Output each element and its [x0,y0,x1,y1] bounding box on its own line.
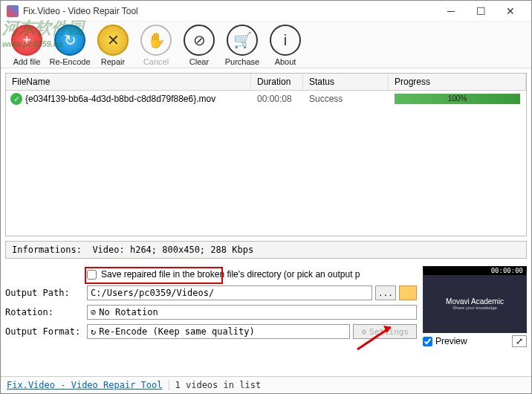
success-icon: ✓ [10,93,22,105]
info-icon: i [270,25,301,56]
preview-panel: 00:00:00 Movavi Academic Share your know… [423,266,527,347]
col-status[interactable]: Status [303,74,389,90]
output-format-label: Output Format: [5,326,87,337]
plus-icon: + [11,25,42,56]
rotation-select[interactable]: ⊘No Rotation [87,305,417,320]
hand-icon: ✋ [140,25,172,56]
open-folder-button[interactable] [399,285,417,300]
progress-bar: 100% [395,94,520,104]
save-in-broken-dir-checkbox[interactable] [87,270,97,280]
info-bar: Informations: Video: h264; 800x450; 288 … [5,241,527,259]
window-title: Fix.Video - Video Repair Tool [23,6,436,16]
status-count: 1 videos in list [169,380,262,390]
clear-button[interactable]: ⊘Clear [178,25,221,66]
output-path-input[interactable] [87,285,372,300]
preview-label: Preview [435,336,467,346]
table-row[interactable]: ✓{e034f139-bb6a-4d3d-b8bd-c8d8d79f88e6}.… [6,91,526,107]
app-icon [7,5,19,17]
table-header: FileName Duration Status Progress [6,74,526,91]
repair-button[interactable]: ✕Repair [91,25,134,66]
minimize-button[interactable]: ─ [436,1,466,22]
prohibit-icon: ⊘ [184,25,215,56]
cell-status: Success [303,94,389,104]
col-progress[interactable]: Progress [389,74,526,90]
cart-icon: 🛒 [227,25,258,56]
status-bar: Fix.Video - Video Repair Tool 1 videos i… [1,376,531,393]
re-encode-button[interactable]: ↻Re-Encode [48,25,91,66]
no-rotation-icon: ⊘ [91,307,96,317]
wrench-icon: ✕ [97,25,129,56]
cancel-button: ✋Cancel [134,25,178,66]
gear-icon: ⚙ [361,327,366,337]
refresh-icon: ↻ [91,326,96,337]
preview-subtext: Share your knowledge [452,306,497,310]
col-filename[interactable]: FileName [6,74,251,90]
cell-filename: {e034f139-bb6a-4d3d-b8bd-c8d8d79f88e6}.m… [25,94,215,104]
save-checkbox-label: Save repaired file in the broken file's … [101,269,360,280]
col-duration[interactable]: Duration [251,74,303,90]
status-link[interactable]: Fix.Video - Video Repair Tool [7,380,163,390]
file-table: FileName Duration Status Progress ✓{e034… [5,73,527,236]
preview-checkbox[interactable] [423,337,432,346]
close-button[interactable]: ✕ [496,1,525,22]
output-format-select[interactable]: ↻Re-Encode (Keep same quality) [87,324,350,339]
preview-text: Movavi Academic [446,297,504,306]
output-path-label: Output Path: [5,288,87,298]
maximize-button[interactable]: ☐ [466,1,496,22]
preview-expand-button[interactable]: ⤢ [512,335,527,347]
cell-duration: 00:00:08 [251,94,303,104]
rotation-label: Rotation: [5,307,87,317]
browse-button[interactable]: ... [375,285,396,300]
titlebar: Fix.Video - Video Repair Tool ─ ☐ ✕ [1,1,531,22]
purchase-button[interactable]: 🛒Purchase [221,25,264,66]
toolbar: +Add file ↻Re-Encode ✕Repair ✋Cancel ⊘Cl… [1,22,531,68]
add-file-button[interactable]: +Add file [5,25,48,66]
refresh-icon: ↻ [54,25,85,56]
preview-timestamp: 00:00:00 [491,267,523,274]
settings-button: ⚙Settings [353,324,417,339]
about-button[interactable]: iAbout [264,25,307,66]
preview-video[interactable]: 00:00:00 Movavi Academic Share your know… [423,266,527,333]
